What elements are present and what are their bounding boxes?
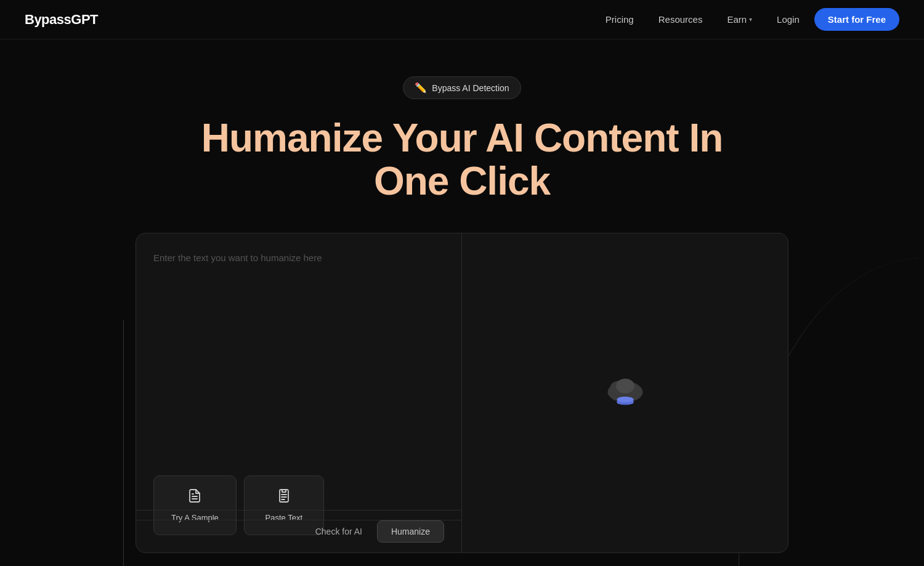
badge-icon: ✏️	[415, 82, 427, 94]
nav-links: Pricing Resources Earn ▾ Login Start for…	[596, 8, 899, 31]
nav-pricing[interactable]: Pricing	[596, 9, 644, 30]
hero-section: ✏️ Bypass AI Detection Humanize Your AI …	[0, 39, 924, 553]
document-icon	[187, 488, 202, 507]
nav-earn[interactable]: Earn ▾	[717, 9, 762, 30]
right-panel	[462, 233, 788, 552]
nav-resources[interactable]: Resources	[649, 9, 713, 30]
chevron-down-icon: ▾	[749, 16, 752, 23]
cloud-icon	[601, 374, 650, 411]
logo: BypassGPT	[25, 12, 98, 28]
check-ai-button[interactable]: Check for AI	[308, 522, 370, 541]
svg-point-10	[617, 397, 633, 402]
svg-rect-3	[282, 490, 286, 492]
clipboard-icon	[277, 488, 291, 507]
cloud-illustration	[601, 374, 650, 411]
bottom-bar: Check for AI Humanize	[136, 510, 461, 552]
svg-point-7	[616, 379, 634, 394]
start-for-free-button[interactable]: Start for Free	[814, 8, 899, 31]
tool-container: Try A Sample Paste Text Check fo	[136, 233, 788, 553]
text-input[interactable]	[153, 251, 444, 463]
left-panel: Try A Sample Paste Text Check fo	[136, 233, 462, 552]
hero-title: Humanize Your AI Content In One Click	[185, 116, 739, 203]
badge: ✏️ Bypass AI Detection	[403, 76, 521, 99]
navbar: BypassGPT Pricing Resources Earn ▾ Login…	[0, 0, 924, 39]
humanize-button[interactable]: Humanize	[377, 520, 444, 543]
nav-login[interactable]: Login	[767, 9, 809, 30]
badge-text: Bypass AI Detection	[432, 83, 509, 93]
